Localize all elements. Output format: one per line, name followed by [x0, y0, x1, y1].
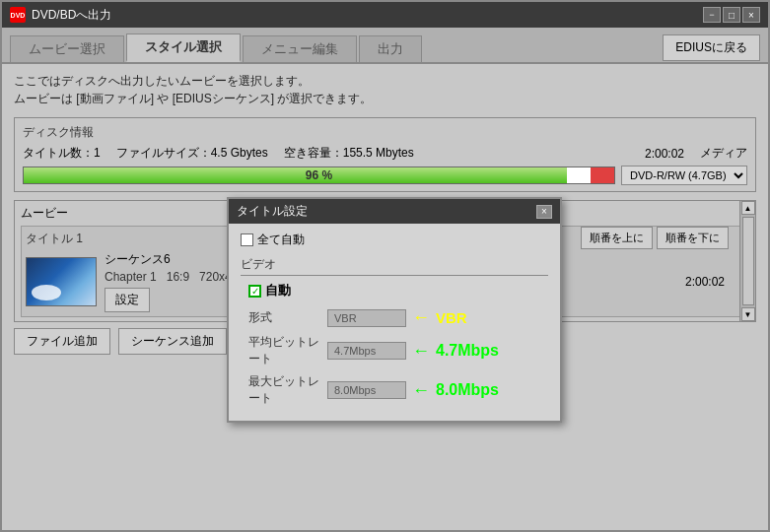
media-label: メディア [700, 145, 747, 162]
progress-row: 96 % DVD-R/RW (4.7GB) [23, 166, 747, 185]
max-bitrate-input: 8.0Mbps [327, 381, 406, 399]
max-bitrate-annotation: 8.0Mbps [436, 381, 499, 399]
order-up-button[interactable]: 順番を上に [581, 227, 653, 249]
description-line1: ここではディスクへ出力したいムービーを選択します。 [14, 72, 756, 90]
format-input: VBR [327, 309, 406, 327]
tab-output[interactable]: 出力 [359, 35, 422, 62]
all-auto-checkbox[interactable] [241, 233, 253, 246]
order-down-button[interactable]: 順番を下に [657, 227, 729, 249]
avg-bitrate-row: 平均ビットレート 4.7Mbps ←4.7Mbps [241, 334, 548, 367]
aspect: 16:9 [167, 270, 189, 284]
auto-row: ✓ 自動 [241, 282, 548, 299]
max-bitrate-label: 最大ビットレート [248, 373, 327, 407]
progress-label: 96 % [24, 168, 614, 182]
edius-back-button[interactable]: EDIUSに戻る [663, 34, 760, 61]
tab-menu-edit[interactable]: メニュー編集 [243, 35, 357, 62]
disk-info-row: タイトル数：1 ファイルサイズ：4.5 Gbytes 空き容量：155.5 Mb… [23, 145, 747, 162]
scrollbar[interactable]: ▲ ▼ [739, 201, 755, 321]
media-select[interactable]: DVD-R/RW (4.7GB) [621, 166, 747, 185]
disk-info-section: ディスク情報 タイトル数：1 ファイルサイズ：4.5 Gbytes 空き容量：1… [14, 117, 756, 192]
scroll-down-arrow[interactable]: ▼ [741, 307, 755, 321]
dialog-body: 全て自動 ビデオ ✓ 自動 形式 VBR ←VBR 平均ビットレート [229, 224, 560, 421]
window-icon: DVD [10, 7, 26, 23]
free-space: 空き容量：155.5 Mbytes [284, 145, 414, 162]
scroll-up-arrow[interactable]: ▲ [741, 201, 755, 215]
video-section-label: ビデオ [241, 256, 548, 276]
max-arrow-label: ← [412, 380, 430, 401]
max-bitrate-row: 最大ビットレート 8.0Mbps ←8.0Mbps [241, 373, 548, 407]
title-count: タイトル数：1 [23, 145, 101, 162]
progress-bar: 96 % [23, 166, 615, 184]
auto-label: 自動 [265, 282, 291, 299]
format-row: 形式 VBR ←VBR [241, 307, 548, 328]
order-buttons: 順番を上に 順番を下に [581, 227, 729, 249]
dialog-close-button[interactable]: × [536, 205, 552, 219]
file-size: ファイルサイズ：4.5 Gbytes [116, 145, 268, 162]
title-settings-dialog: タイトル設定 × 全て自動 ビデオ ✓ 自動 形式 VBR ←VBR [227, 197, 562, 423]
window-controls: － □ × [703, 7, 760, 23]
window-title: DVD/BDへ出力 [32, 7, 697, 24]
dialog-title-text: タイトル設定 [237, 203, 308, 220]
maximize-button[interactable]: □ [723, 7, 740, 23]
all-auto-row: 全て自動 [241, 232, 548, 248]
format-value-area: VBR ←VBR [327, 307, 548, 328]
max-bitrate-value-area: 8.0Mbps ←8.0Mbps [327, 380, 548, 401]
avg-bitrate-label: 平均ビットレート [248, 334, 327, 367]
disk-time: 2:00:02 [645, 147, 684, 161]
scroll-thumb[interactable] [742, 217, 754, 305]
avg-bitrate-input: 4.7Mbps [327, 342, 406, 360]
avg-bitrate-value-area: 4.7Mbps ←4.7Mbps [327, 341, 548, 362]
media-dropdown[interactable]: DVD-R/RW (4.7GB) [621, 166, 747, 185]
thumbnail [26, 257, 97, 306]
tab-style-select[interactable]: スタイル選択 [126, 33, 241, 62]
tab-bar: ムービー選択 スタイル選択 メニュー編集 出力 EDIUSに戻る [2, 28, 768, 64]
description-line2: ムービーは [動画ファイル] や [EDIUSシーケンス] が選択できます。 [14, 90, 756, 107]
all-auto-label: 全て自動 [257, 232, 305, 248]
tab-movie-select[interactable]: ムービー選択 [10, 35, 124, 62]
minimize-button[interactable]: － [703, 7, 721, 23]
title-bar: DVD DVD/BDへ出力 － □ × [2, 2, 768, 28]
auto-checkbox[interactable]: ✓ [248, 285, 261, 298]
dialog-title-bar: タイトル設定 × [229, 199, 560, 224]
settings-button[interactable]: 設定 [105, 288, 150, 312]
main-window: DVD DVD/BDへ出力 － □ × ムービー選択 スタイル選択 メニュー編集… [0, 0, 770, 532]
disk-info-label: ディスク情報 [23, 124, 747, 141]
avg-arrow-label: ← [412, 341, 430, 362]
add-sequence-button[interactable]: シーケンス追加 [118, 328, 227, 355]
description: ここではディスクへ出力したいムービーを選択します。 ムービーは [動画ファイル]… [14, 72, 756, 107]
vbr-arrow-label: ← [412, 307, 430, 328]
vbr-label: VBR [436, 309, 467, 326]
close-button[interactable]: × [742, 7, 760, 23]
chapter: Chapter 1 [105, 270, 157, 284]
format-label: 形式 [248, 309, 327, 326]
avg-bitrate-annotation: 4.7Mbps [436, 342, 499, 360]
add-file-button[interactable]: ファイル追加 [14, 328, 110, 355]
time-display: 2:00:02 [685, 275, 744, 289]
